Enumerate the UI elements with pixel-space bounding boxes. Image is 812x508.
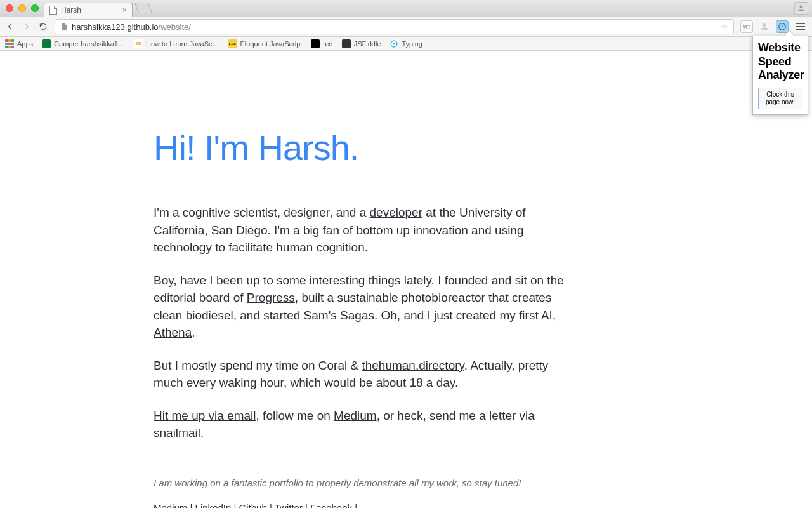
bookmark-favicon: JS bbox=[134, 39, 143, 48]
intro-paragraph-1: I'm a cognitive scientist, designer, and… bbox=[154, 204, 566, 257]
bookmarks-bar: Apps Camper harshsikka1… JS How to Learn… bbox=[0, 37, 812, 51]
maximize-window-button[interactable] bbox=[31, 4, 39, 12]
extension-popup: Website Speed Analyzer Clock this page n… bbox=[752, 36, 808, 115]
bookmark-ted[interactable]: ted bbox=[311, 39, 332, 48]
close-window-button[interactable] bbox=[6, 4, 13, 12]
medium-follow-link[interactable]: Medium bbox=[334, 409, 377, 422]
bookmark-label: How to Learn JavaSc… bbox=[146, 40, 219, 48]
url-path: /website/ bbox=[159, 22, 191, 32]
browser-toolbar: harshsikka123.github.io/website/ ☆ M? bbox=[0, 17, 812, 37]
extension-person-icon[interactable] bbox=[758, 20, 771, 33]
footer-links: Medium | LinkedIn | Github | Twitter | F… bbox=[154, 502, 566, 508]
bookmark-favicon bbox=[311, 39, 320, 48]
page-icon bbox=[49, 6, 57, 15]
traffic-lights bbox=[0, 4, 39, 12]
tab-title: Harsh bbox=[61, 6, 81, 15]
forward-button[interactable] bbox=[22, 22, 32, 32]
extension-icons: M? bbox=[740, 20, 807, 33]
bookmark-label: ted bbox=[323, 40, 332, 48]
bookmark-label: Camper harshsikka1… bbox=[54, 40, 125, 48]
extension-speed-analyzer-icon[interactable] bbox=[776, 20, 789, 33]
tab-strip: Harsh × bbox=[44, 0, 150, 17]
minimize-window-button[interactable] bbox=[18, 4, 26, 12]
athena-link[interactable]: Athena bbox=[154, 326, 192, 339]
intro-paragraph-2: Boy, have I been up to some interesting … bbox=[154, 272, 566, 342]
bookmark-label: Typing bbox=[402, 40, 422, 48]
address-bar[interactable]: harshsikka123.github.io/website/ ☆ bbox=[55, 19, 734, 34]
page-headline: Hi! I'm Harsh. bbox=[154, 127, 566, 168]
page-content: Hi! I'm Harsh. I'm a cognitive scientist… bbox=[0, 51, 812, 508]
clock-page-button[interactable]: Clock this page now! bbox=[758, 88, 802, 109]
bookmark-jsfiddle[interactable]: JSFiddle bbox=[342, 39, 381, 48]
popup-title: Website Speed Analyzer bbox=[758, 41, 802, 83]
extension-m7-icon[interactable]: M? bbox=[740, 20, 753, 33]
bookmark-apps[interactable]: Apps bbox=[5, 39, 33, 48]
close-tab-icon[interactable]: × bbox=[122, 5, 127, 15]
bookmark-label: Eloquent JavaScript bbox=[240, 40, 303, 48]
intro-paragraph-3: But I mostly spend my time on Coral & th… bbox=[154, 357, 566, 392]
portfolio-note: I am working on a fantastic portfolio to… bbox=[154, 478, 566, 488]
apps-icon bbox=[5, 39, 14, 48]
browser-tab[interactable]: Harsh × bbox=[44, 3, 133, 17]
profile-button[interactable] bbox=[794, 2, 808, 15]
window-titlebar: Harsh × bbox=[0, 0, 812, 17]
bookmark-label: Apps bbox=[17, 40, 33, 48]
reload-button[interactable] bbox=[38, 22, 48, 32]
back-button[interactable] bbox=[5, 22, 15, 32]
bookmark-camper[interactable]: Camper harshsikka1… bbox=[42, 39, 125, 48]
chrome-menu-button[interactable] bbox=[794, 21, 807, 32]
svg-point-2 bbox=[393, 43, 395, 44]
footer-facebook-link[interactable]: Facebook bbox=[310, 502, 352, 508]
bookmark-label: JSFiddle bbox=[354, 40, 381, 48]
progress-link[interactable]: Progress bbox=[247, 291, 295, 304]
developer-link[interactable]: developer bbox=[370, 206, 422, 219]
bookmark-favicon: EJS bbox=[228, 39, 237, 48]
bookmark-favicon bbox=[390, 39, 398, 48]
bookmark-learn-js[interactable]: JS How to Learn JavaSc… bbox=[134, 39, 219, 48]
bookmark-favicon bbox=[42, 39, 51, 48]
thehuman-directory-link[interactable]: thehuman.directory bbox=[362, 359, 464, 372]
bookmark-eloquent-js[interactable]: EJS Eloquent JavaScript bbox=[228, 39, 303, 48]
url-host: harshsikka123.github.io bbox=[72, 22, 159, 32]
bookmark-favicon bbox=[342, 39, 351, 48]
bookmark-typing[interactable]: Typing bbox=[390, 39, 422, 48]
footer-twitter-link[interactable]: Twitter bbox=[275, 502, 303, 508]
footer-medium-link[interactable]: Medium bbox=[154, 502, 187, 508]
footer-github-link[interactable]: Github bbox=[239, 502, 267, 508]
page-info-icon bbox=[60, 22, 68, 31]
new-tab-button[interactable] bbox=[134, 3, 152, 13]
email-link[interactable]: Hit me up via email bbox=[154, 409, 256, 422]
footer-linkedin-link[interactable]: LinkedIn bbox=[195, 502, 232, 508]
bookmark-star-icon[interactable]: ☆ bbox=[721, 22, 728, 32]
intro-paragraph-4: Hit me up via email, follow me on Medium… bbox=[154, 407, 566, 442]
